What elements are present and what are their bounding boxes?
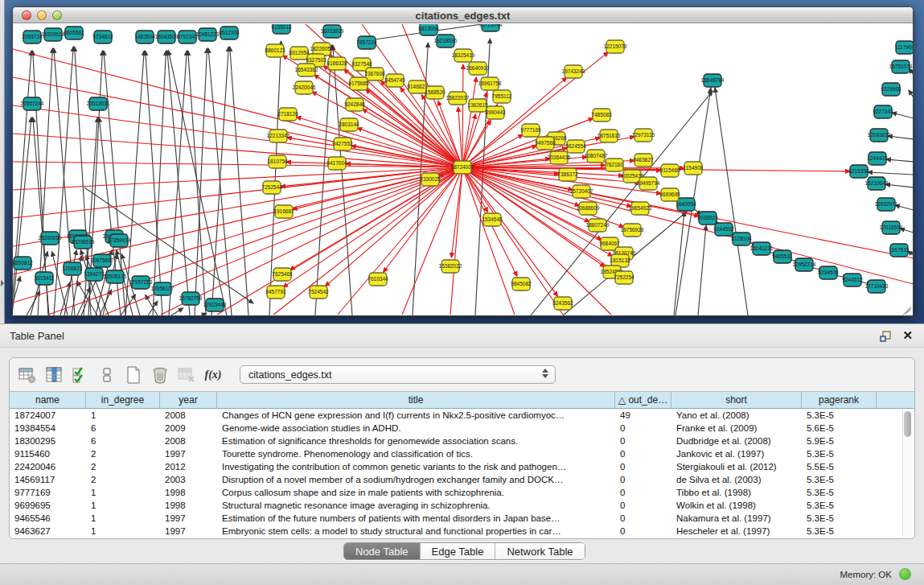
table-cell[interactable]: Estimation of significance thresholds fo… [217, 435, 615, 447]
table-cell[interactable]: Genome-wide association studies in ADHD. [217, 422, 615, 435]
table-cell[interactable]: Tourette syndrome. Phenomenology and cla… [217, 447, 615, 460]
graph-edge[interactable] [13, 167, 462, 218]
table-cell[interactable]: Dudbridge et al. (2008) [671, 435, 802, 447]
resize-grip-icon[interactable] [901, 303, 911, 314]
table-cell[interactable]: 0 [615, 422, 671, 435]
table-row[interactable]: 946554611997Estimation of the future num… [10, 512, 914, 525]
graph-edge[interactable] [892, 113, 913, 118]
table-cell[interactable]: 0 [615, 435, 671, 447]
table-cell[interactable]: 18724007 [10, 409, 86, 422]
table-row[interactable]: 1830029562008Estimation of significance … [10, 435, 914, 447]
close-panel-icon[interactable]: ✕ [902, 328, 913, 343]
table-cell[interactable]: 9465546 [10, 512, 86, 525]
table-cell[interactable]: Investigating the contribution of common… [217, 460, 615, 473]
table-cell[interactable]: 5.3E-5 [802, 525, 877, 538]
table-cell[interactable]: 22420046 [10, 460, 86, 473]
table-cell[interactable]: 9699695 [10, 499, 86, 512]
table-cell[interactable]: 1997 [160, 512, 217, 525]
graph-edge[interactable] [868, 172, 913, 175]
table-cell[interactable]: 5.3E-5 [802, 473, 877, 486]
table-cell[interactable]: 9777169 [10, 486, 86, 499]
graph-edge[interactable] [698, 225, 706, 315]
table-row[interactable]: 969969511998Structural magnetic resonanc… [10, 499, 914, 512]
graph-edge[interactable] [146, 295, 158, 315]
column-header-short[interactable]: short [671, 392, 802, 408]
split-pane-divider[interactable] [0, 0, 5, 323]
table-cell[interactable]: 1997 [160, 525, 217, 538]
table-cell[interactable]: 0 [615, 447, 671, 460]
table-cell[interactable]: Structural magnetic resonance image aver… [217, 499, 615, 512]
graph-edge[interactable] [315, 45, 331, 315]
graph-edge[interactable] [13, 167, 462, 274]
table-cell[interactable]: 19384554 [10, 422, 86, 435]
table-cell[interactable]: Tibbo et al. (1998) [671, 486, 802, 499]
new-table-icon[interactable] [122, 364, 145, 386]
table-row[interactable]: 977716911998Corpus callosum shape and si… [10, 486, 914, 499]
column-header-pagerank[interactable]: pagerank [802, 392, 877, 408]
table-row[interactable]: 946362711997Embryonic stem cells: a mode… [10, 525, 914, 538]
table-cell[interactable]: 1998 [160, 486, 217, 499]
graph-edge[interactable] [13, 167, 462, 190]
graph-edge[interactable] [171, 308, 183, 315]
table-cell[interactable]: 0 [615, 460, 671, 473]
function-builder-icon[interactable]: f(x) [202, 364, 224, 386]
table-cell[interactable]: 14569117 [10, 473, 86, 486]
table-cell[interactable]: 1 [86, 409, 160, 422]
table-cell[interactable]: Corpus callosum shape and size in male p… [217, 486, 615, 499]
graph-edge[interactable] [674, 212, 684, 315]
table-cell[interactable]: Hescheler et al. (1997) [671, 525, 802, 538]
table-row[interactable]: 1456911722003Disruption of a novel membe… [10, 473, 914, 486]
table-cell[interactable]: 1 [86, 525, 160, 538]
table-cell[interactable]: 0 [615, 499, 671, 512]
graph-edge[interactable] [312, 92, 462, 167]
column-header-name[interactable]: name [10, 392, 86, 408]
table-cell[interactable]: 2 [86, 447, 160, 460]
column-header-out_de[interactable]: △ out_de… [615, 392, 671, 408]
table-cell[interactable]: 5.3E-5 [802, 447, 877, 460]
table-cell[interactable]: Nakamura et al. (1997) [671, 512, 802, 525]
graph-edge[interactable] [885, 184, 913, 187]
table-cell[interactable]: 1 [86, 499, 160, 512]
table-cell[interactable]: 5.9E-5 [802, 435, 877, 447]
table-cell[interactable]: 5.6E-5 [802, 422, 877, 435]
tab-network-table[interactable]: Network Table [495, 543, 584, 559]
table-cell[interactable]: Estimation of the future numbers of pati… [217, 512, 615, 525]
table-cell[interactable]: Franke et al. (2009) [671, 422, 802, 435]
graph-edge[interactable] [13, 49, 462, 167]
table-row[interactable]: 2242004622012Investigating the contribut… [10, 460, 914, 473]
table-select-combo[interactable]: citations_edges.txt [240, 365, 556, 384]
table-cell[interactable]: Stergiakouli et al. (2012) [671, 460, 802, 473]
table-cell[interactable]: 5.3E-5 [802, 409, 877, 422]
table-cell[interactable]: 0 [615, 473, 671, 486]
graph-edge[interactable] [909, 90, 913, 97]
tab-node-table[interactable]: Node Table [344, 543, 421, 559]
table-cell[interactable]: 0 [615, 512, 671, 525]
table-cell[interactable]: 5.3E-5 [802, 512, 877, 525]
graph-edge[interactable] [230, 47, 248, 315]
table-cell[interactable]: Wolkin et al. (1998) [671, 499, 802, 512]
table-row[interactable]: 911546021997Tourette syndrome. Phenomeno… [10, 447, 914, 460]
select-rows-icon[interactable] [69, 364, 92, 386]
table-cell[interactable]: 9463627 [10, 525, 86, 538]
column-header-year[interactable]: year [160, 392, 217, 408]
table-cell[interactable]: Embryonic stem cells: a model to study s… [217, 525, 615, 538]
table-cell[interactable]: 5.3E-5 [802, 486, 877, 499]
graph-edge[interactable] [450, 167, 462, 315]
network-window-titlebar[interactable]: citations_edges.txt [13, 7, 913, 23]
table-cell[interactable]: 1 [86, 486, 160, 499]
delete-rows-trash-icon[interactable] [149, 364, 171, 386]
table-cell[interactable]: Jankovic et al. (1997) [671, 447, 802, 460]
table-cell[interactable]: 2 [86, 460, 160, 473]
memory-status-icon[interactable] [899, 568, 911, 580]
table-cell[interactable]: 1998 [160, 499, 217, 512]
table-cell[interactable]: 6 [86, 435, 160, 447]
table-row[interactable]: 1872400712008Changes of HCN gene express… [10, 409, 914, 422]
table-settings-icon[interactable] [16, 364, 39, 386]
column-header-in_degree[interactable]: in_degree [86, 392, 160, 408]
graph-edge[interactable] [168, 51, 227, 315]
table-cell[interactable]: Changes of HCN gene expression and I(f) … [217, 409, 615, 422]
table-cell[interactable]: 2008 [160, 409, 217, 422]
graph-edge[interactable] [462, 167, 557, 296]
graph-edge[interactable] [462, 64, 463, 167]
graph-edge[interactable] [33, 117, 49, 315]
